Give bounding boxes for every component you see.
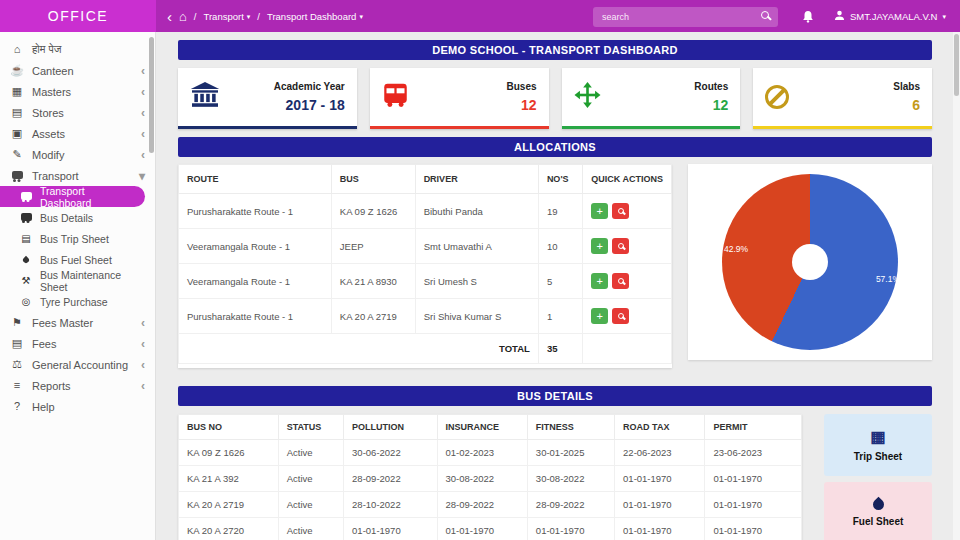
chevron-down-icon: ▾ — [139, 170, 145, 182]
chevron-left-icon: ‹ — [141, 359, 145, 371]
col-route: ROUTE — [179, 165, 332, 194]
stores-icon: ▤ — [10, 107, 24, 118]
user-name: SMT.JAYAMALA.V.N — [850, 11, 937, 22]
allocation-row: Veeramangala Route - 1 JEEP Smt Umavathi… — [179, 229, 672, 264]
view-allocation-button[interactable] — [612, 238, 629, 254]
col-bus-no: BUS NO — [179, 415, 279, 440]
slabs-count: 6 — [893, 97, 920, 113]
cell-route: Veeramangala Route - 1 — [179, 264, 332, 299]
trip-sheet-icon: ▦ — [870, 429, 885, 445]
col-permit: PERMIT — [705, 415, 802, 440]
canteen-icon: ☕ — [10, 65, 24, 76]
add-allocation-button[interactable]: + — [591, 308, 608, 324]
cell-driver: Sri Umesh S — [415, 264, 538, 299]
sheet-icon: ▤ — [19, 234, 33, 244]
chevron-down-icon: ▾ — [942, 13, 946, 20]
allocations-table-card: ROUTE BUS DRIVER NO'S QUICK ACTIONS Puru… — [178, 164, 672, 368]
user-menu[interactable]: SMT.JAYAMALA.V.N ▾ — [834, 10, 960, 23]
fees-icon: ▤ — [10, 338, 24, 349]
sidebar-scrollbar[interactable] — [149, 37, 154, 153]
cell-bus: KA 20 A 2719 — [331, 299, 415, 334]
sidebar-item-bus-trip-sheet[interactable]: ▤ Bus Trip Sheet — [0, 228, 155, 249]
bus-row: KA 20 A 2719 Active 28-10-2022 28-09-202… — [179, 492, 802, 518]
breadcrumb-transport[interactable]: Transport ▾ — [204, 11, 251, 22]
sidebar: ⌂ होम पेज ☕ Canteen ‹ ▦ Masters ‹ ▤ Stor… — [0, 32, 156, 540]
sidebar-item-bus-fuel-sheet[interactable]: Bus Fuel Sheet — [0, 249, 155, 270]
stat-card-slabs: Slabs 6 — [753, 68, 932, 129]
allocations-table: ROUTE BUS DRIVER NO'S QUICK ACTIONS Puru… — [178, 164, 672, 364]
search-box — [593, 6, 778, 27]
breadcrumb-separator: / — [257, 11, 260, 22]
home-icon[interactable]: ⌂ — [179, 10, 187, 23]
sidebar-item-help[interactable]: ? Help — [0, 396, 155, 417]
view-allocation-button[interactable] — [612, 308, 629, 324]
sidebar-item-transport-dashboard[interactable]: Transport Dashboard — [0, 186, 145, 207]
cell-nos: 5 — [538, 264, 582, 299]
routes-count: 12 — [694, 97, 728, 113]
pie-slice-label: 42.9% — [724, 244, 748, 254]
sidebar-item-home[interactable]: ⌂ होम पेज — [0, 39, 155, 60]
cell-route: Veeramangala Route - 1 — [179, 229, 332, 264]
chevron-left-icon: ‹ — [141, 149, 145, 161]
bus-details-header: BUS DETAILS — [178, 386, 932, 406]
trip-sheet-card[interactable]: ▦ Trip Sheet — [824, 414, 932, 476]
sidebar-item-assets[interactable]: ▣ Assets ‹ — [0, 123, 155, 144]
sidebar-item-fees-master[interactable]: ⚑ Fees Master ‹ — [0, 312, 155, 333]
sidebar-item-reports[interactable]: ≡ Reports ‹ — [0, 375, 155, 396]
sidebar-item-canteen[interactable]: ☕ Canteen ‹ — [0, 60, 155, 81]
ban-icon — [765, 85, 789, 109]
search-icon — [618, 208, 624, 214]
allocation-row: Veeramangala Route - 1 KA 21 A 8930 Sri … — [179, 264, 672, 299]
col-nos: NO'S — [538, 165, 582, 194]
search-input[interactable] — [593, 7, 778, 27]
assets-icon: ▣ — [10, 128, 24, 139]
add-allocation-button[interactable]: + — [591, 203, 608, 219]
notifications-bell-icon[interactable] — [802, 10, 814, 23]
view-allocation-button[interactable] — [612, 203, 629, 219]
sidebar-item-fees[interactable]: ▤ Fees ‹ — [0, 333, 155, 354]
home-icon: ⌂ — [10, 44, 24, 55]
bus-icon — [10, 170, 24, 181]
sidebar-item-tyre-purchase[interactable]: ◎ Tyre Purchase — [0, 291, 155, 312]
cell-bus: KA 21 A 8930 — [331, 264, 415, 299]
cell-route: Purusharakatte Route - 1 — [179, 194, 332, 229]
bus-row: KA 20 A 2720 Active 01-01-1970 01-01-197… — [179, 518, 802, 540]
pie-donut-hole — [792, 244, 828, 280]
help-icon: ? — [10, 401, 24, 412]
main-scrollbar[interactable] — [953, 32, 960, 540]
chevron-left-icon: ‹ — [141, 65, 145, 77]
view-allocation-button[interactable] — [612, 273, 629, 289]
chevron-left-icon: ‹ — [141, 317, 145, 329]
add-allocation-button[interactable]: + — [591, 273, 608, 289]
modify-icon: ✎ — [10, 149, 24, 160]
sidebar-item-general-accounting[interactable]: ⚖ General Accounting ‹ — [0, 354, 155, 375]
cell-driver: Sri Shiva Kumar S — [415, 299, 538, 334]
stat-card-academic-year: Academic Year 2017 - 18 — [178, 68, 357, 129]
fuel-sheet-card[interactable]: Fuel Sheet — [824, 482, 932, 540]
breadcrumb-transport-dashboard[interactable]: Transport Dashboard ▾ — [267, 11, 363, 22]
chevron-left-icon: ‹ — [141, 107, 145, 119]
search-icon — [618, 243, 624, 249]
bus-icon — [382, 82, 409, 112]
allocation-pie-card: 42.9% 57.1% — [688, 164, 932, 360]
academic-year-value: 2017 - 18 — [274, 97, 345, 113]
cell-driver: Smt Umavathi A — [415, 229, 538, 264]
main-scrollbar-thumb[interactable] — [954, 34, 959, 96]
user-icon — [834, 10, 845, 23]
allocation-row: Purusharakatte Route - 1 KA 20 A 2719 Sr… — [179, 299, 672, 334]
sidebar-item-bus-details[interactable]: Bus Details — [0, 207, 155, 228]
sidebar-item-stores[interactable]: ▤ Stores ‹ — [0, 102, 155, 123]
back-icon[interactable]: ‹ — [167, 9, 172, 24]
col-quick-actions: QUICK ACTIONS — [583, 165, 672, 194]
sidebar-item-masters[interactable]: ▦ Masters ‹ — [0, 81, 155, 102]
bus-row: KA 21 A 392 Active 28-09-2022 30-08-2022… — [179, 466, 802, 492]
sidebar-item-transport[interactable]: Transport ▾ — [0, 165, 155, 186]
sidebar-item-bus-maintenance-sheet[interactable]: ⚒ Bus Maintenance Sheet — [0, 270, 155, 291]
buses-count: 12 — [506, 97, 536, 113]
add-allocation-button[interactable]: + — [591, 238, 608, 254]
search-icon — [618, 313, 624, 319]
tyre-icon: ◎ — [19, 297, 33, 307]
bus-icon — [19, 213, 33, 223]
search-icon[interactable] — [761, 11, 769, 19]
sidebar-item-modify[interactable]: ✎ Modify ‹ — [0, 144, 155, 165]
